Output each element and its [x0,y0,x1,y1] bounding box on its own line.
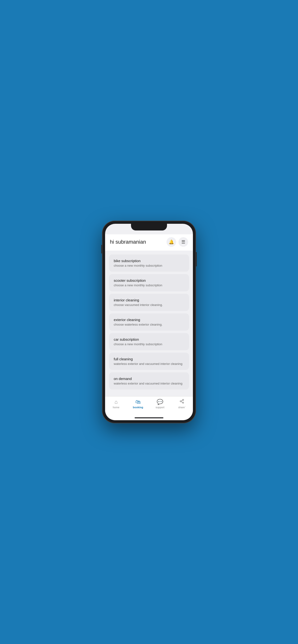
phone-device: hi subramanian 🔔 ☰ bike subscriptionchoo… [102,221,196,423]
card-title-full-cleaning: full cleaning [114,357,184,361]
phone-screen: hi subramanian 🔔 ☰ bike subscriptionchoo… [105,224,193,420]
service-card-on-demand[interactable]: on demandwaterless exterior and vacuumed… [109,372,189,390]
booking-icon: 🛍 [135,399,140,405]
card-title-scooter-subscription: scooter subscription [114,278,184,282]
nav-home[interactable]: ⌂ home [105,399,127,409]
notch [131,224,167,230]
bell-icon: 🔔 [169,239,174,244]
card-subtitle-interior-cleaning: choose vacuumed interior cleaning. [114,303,184,307]
hamburger-icon: ☰ [181,239,185,244]
card-subtitle-car-subscription: choose a new monthly subscription [114,342,184,346]
nav-booking-label: booking [133,406,143,409]
service-card-scooter-subscription[interactable]: scooter subscriptionchoose a new monthly… [109,274,189,291]
notification-button[interactable]: 🔔 [167,237,176,247]
home-icon: ⌂ [114,399,117,405]
card-subtitle-scooter-subscription: choose a new monthly subscription [114,284,184,287]
card-title-exterior-cleaning: exterior cleaning [114,318,184,322]
card-subtitle-bike-subscription: choose a new monthly subscription [114,264,184,268]
nav-share[interactable]: share` [171,399,193,409]
service-card-bike-subscription[interactable]: bike subscriptionchoose a new monthly su… [109,254,189,272]
card-title-car-subscription: car subscription [114,337,184,342]
header-actions: 🔔 ☰ [167,237,188,247]
greeting-text: hi subramanian [110,239,146,245]
bottom-navigation: ⌂ home 🛍 booking 💬 support share` [105,396,193,416]
header: hi subramanian 🔔 ☰ [105,234,193,250]
card-subtitle-full-cleaning: waterless exterior and vacuumed interior… [114,362,184,366]
card-subtitle-on-demand: waterless exterior and vacuumed interior… [114,382,184,385]
home-bar [135,417,163,418]
card-subtitle-exterior-cleaning: choose waterless exterior cleaning. [114,323,184,326]
nav-support-label: support [156,406,164,409]
service-card-car-subscription[interactable]: car subscriptionchoose a new monthly sub… [109,333,189,350]
service-card-full-cleaning[interactable]: full cleaningwaterless exterior and vacu… [109,353,189,370]
menu-button[interactable]: ☰ [179,237,188,247]
home-indicator [105,416,193,420]
card-title-bike-subscription: bike subscription [114,259,184,263]
card-title-on-demand: on demand [114,376,184,381]
service-card-interior-cleaning[interactable]: interior cleaningchoose vacuumed interio… [109,294,189,311]
service-card-exterior-cleaning[interactable]: exterior cleaningchoose waterless exteri… [109,314,189,330]
card-title-interior-cleaning: interior cleaning [114,298,184,302]
svg-line-4 [181,400,183,401]
support-icon: 💬 [157,399,163,405]
nav-home-label: home [113,406,119,409]
services-list: bike subscriptionchoose a new monthly su… [105,250,193,396]
svg-line-3 [181,402,183,402]
nav-share-label: share` [178,406,186,409]
share-icon [180,399,184,405]
nav-support[interactable]: 💬 support [149,399,171,409]
nav-booking[interactable]: 🛍 booking [127,399,149,409]
